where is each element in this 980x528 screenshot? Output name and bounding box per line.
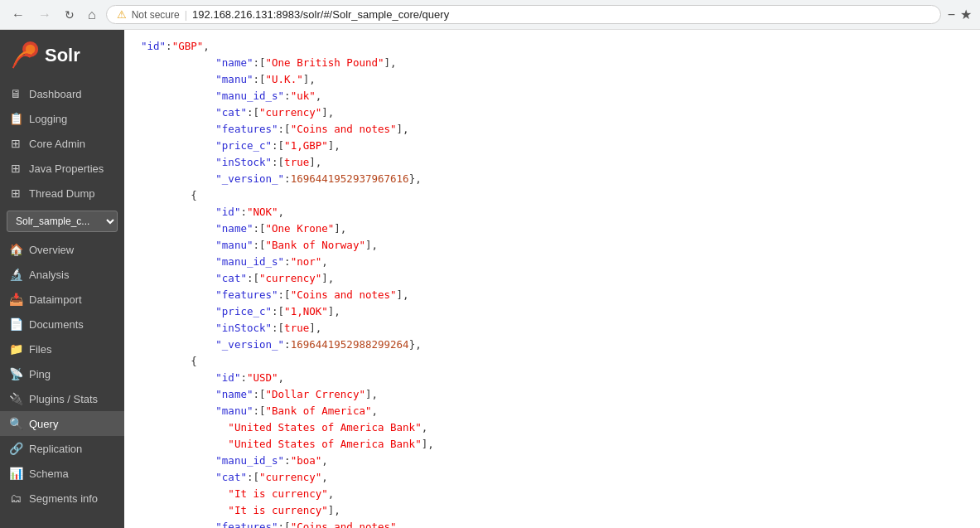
overview-icon: 🏠 bbox=[8, 243, 23, 256]
sidebar-item-dataimport[interactable]: 📥 Dataimport bbox=[0, 287, 124, 312]
address-bar[interactable]: ⚠ Not secure | 192.168.216.131:8983/solr… bbox=[106, 5, 941, 24]
sidebar-item-dashboard[interactable]: 🖥 Dashboard bbox=[0, 81, 124, 106]
browser-action-buttons: − ★ bbox=[948, 7, 972, 22]
plugins-icon: 🔌 bbox=[8, 392, 23, 405]
ping-icon: 📡 bbox=[8, 367, 23, 380]
dataimport-icon: 📥 bbox=[8, 293, 23, 306]
security-warning-icon: ⚠ bbox=[117, 8, 127, 21]
not-secure-label: Not secure bbox=[132, 9, 180, 21]
sidebar-item-schema-label: Schema bbox=[29, 467, 69, 480]
sidebar-item-dataimport-label: Dataimport bbox=[29, 293, 82, 306]
sidebar-item-query-label: Query bbox=[29, 418, 58, 430]
logo-area: Solr bbox=[0, 30, 124, 81]
sidebar-item-schema[interactable]: 📊 Schema bbox=[0, 461, 124, 486]
zoom-out-button[interactable]: − bbox=[948, 7, 955, 22]
sidebar-item-core-admin[interactable]: ⊞ Core Admin bbox=[0, 131, 124, 156]
logging-icon: 📋 bbox=[8, 112, 23, 125]
sidebar-item-replication-label: Replication bbox=[29, 443, 82, 455]
java-properties-icon: ⊞ bbox=[8, 162, 23, 175]
bookmark-button[interactable]: ★ bbox=[960, 7, 972, 22]
files-icon: 📁 bbox=[8, 342, 23, 356]
sidebar-item-core-admin-label: Core Admin bbox=[29, 138, 85, 150]
sidebar-item-ping-label: Ping bbox=[29, 368, 51, 380]
documents-icon: 📄 bbox=[8, 317, 23, 331]
sidebar-item-java-properties-label: Java Properties bbox=[29, 162, 104, 175]
sidebar-item-segments-label: Segments info bbox=[29, 492, 98, 505]
browser-chrome: ← → ↻ ⌂ ⚠ Not secure | 192.168.216.131:8… bbox=[0, 0, 980, 30]
sidebar-item-segments-info[interactable]: 🗂 Segments info bbox=[0, 486, 124, 511]
sidebar-item-dashboard-label: Dashboard bbox=[29, 88, 82, 100]
sidebar-item-documents-label: Documents bbox=[29, 318, 84, 331]
core-admin-icon: ⊞ bbox=[8, 137, 23, 150]
dashboard-icon: 🖥 bbox=[8, 87, 23, 100]
sidebar-item-overview[interactable]: 🏠 Overview bbox=[0, 237, 124, 262]
segments-icon: 🗂 bbox=[8, 492, 23, 505]
sidebar-item-files-label: Files bbox=[29, 343, 51, 356]
sidebar-item-replication[interactable]: 🔗 Replication bbox=[0, 436, 124, 461]
thread-dump-icon: ⊞ bbox=[8, 186, 23, 200]
sidebar-item-plugins-stats[interactable]: 🔌 Plugins / Stats bbox=[0, 386, 124, 411]
sidebar-item-thread-dump[interactable]: ⊞ Thread Dump bbox=[0, 181, 124, 206]
main-layout: Solr 🖥 Dashboard 📋 Logging ⊞ Core Admin … bbox=[0, 30, 980, 528]
sidebar-item-thread-dump-label: Thread Dump bbox=[29, 187, 94, 200]
sidebar-item-files[interactable]: 📁 Files bbox=[0, 337, 124, 361]
analysis-icon: 🔬 bbox=[8, 268, 23, 281]
forward-button[interactable]: → bbox=[35, 6, 55, 24]
sidebar-item-analysis-label: Analysis bbox=[29, 269, 69, 281]
solr-title: Solr bbox=[45, 45, 80, 66]
replication-icon: 🔗 bbox=[8, 442, 23, 455]
solr-logo bbox=[8, 40, 40, 71]
sidebar-item-analysis[interactable]: 🔬 Analysis bbox=[0, 262, 124, 287]
url-text: 192.168.216.131:8983/solr/#/Solr_sample_… bbox=[192, 8, 449, 21]
sidebar-item-java-properties[interactable]: ⊞ Java Properties bbox=[0, 156, 124, 181]
sidebar-item-overview-label: Overview bbox=[29, 244, 74, 256]
sidebar-item-documents[interactable]: 📄 Documents bbox=[0, 312, 124, 337]
reload-button[interactable]: ↻ bbox=[61, 7, 78, 23]
sidebar-item-plugins-label: Plugins / Stats bbox=[29, 393, 98, 405]
home-button[interactable]: ⌂ bbox=[84, 6, 99, 24]
back-button[interactable]: ← bbox=[8, 6, 28, 24]
json-viewer: "id":"GBP", "name":["One British Pound"]… bbox=[124, 30, 980, 528]
core-selector[interactable]: Solr_sample_c... bbox=[7, 211, 118, 232]
sidebar-item-logging[interactable]: 📋 Logging bbox=[0, 106, 124, 131]
address-separator: | bbox=[185, 8, 187, 21]
schema-icon: 📊 bbox=[8, 467, 23, 480]
sidebar-item-query[interactable]: 🔍 Query bbox=[0, 411, 124, 436]
content-area: "id":"GBP", "name":["One British Pound"]… bbox=[124, 30, 980, 528]
query-icon: 🔍 bbox=[8, 417, 23, 430]
sidebar: Solr 🖥 Dashboard 📋 Logging ⊞ Core Admin … bbox=[0, 30, 124, 528]
sidebar-item-logging-label: Logging bbox=[29, 113, 67, 125]
sidebar-item-ping[interactable]: 📡 Ping bbox=[0, 361, 124, 386]
